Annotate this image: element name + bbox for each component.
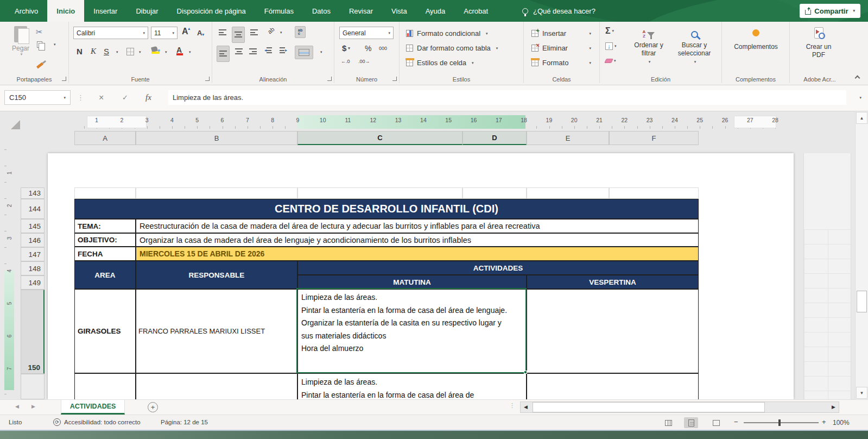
header-responsable-cell[interactable]: RESPONSABLE	[136, 261, 297, 289]
page-layout-view-button[interactable]	[684, 417, 698, 428]
empty-cell[interactable]	[609, 187, 699, 199]
font-color-button[interactable]: A	[176, 46, 182, 54]
column-header-a[interactable]: A	[74, 131, 136, 145]
create-pdf-button[interactable]: Crear un PDF	[800, 27, 838, 59]
empty-cell[interactable]	[74, 187, 136, 199]
cut-button[interactable]: ✂	[36, 27, 43, 37]
orientation-button[interactable]: ab	[267, 26, 276, 35]
header-vespertina-cell[interactable]: VESPERTINA	[527, 275, 699, 289]
increase-font-size-button[interactable]: A▴	[182, 27, 190, 36]
name-box[interactable]: C150 ▾	[4, 90, 71, 105]
scroll-up-icon[interactable]: ▲	[856, 112, 867, 124]
paste-button[interactable]: Pegar ▾	[9, 26, 33, 57]
borders-button[interactable]	[126, 48, 134, 55]
horizontal-scroll-thumb[interactable]	[533, 402, 765, 412]
font-name-combobox[interactable]: Calibri▾	[73, 27, 148, 39]
matutina-next-cell[interactable]: Limpieza de las áreas.Pintar la estanter…	[297, 373, 527, 399]
enter-check-icon[interactable]: ✓	[122, 90, 128, 105]
formula-input[interactable]: Limpieza de las áreas.	[168, 90, 846, 105]
horizontal-scrollbar[interactable]: ◀ ▶	[520, 402, 839, 413]
formato-button[interactable]: Formato▾	[531, 55, 591, 70]
font-size-combobox[interactable]: 11▾	[151, 27, 178, 39]
italic-button[interactable]: K	[91, 47, 96, 56]
field-value-fecha[interactable]: MIERCOLES 15 DE ABRIL DE 2026	[136, 247, 699, 261]
tab-dibujar[interactable]: Dibujar	[126, 0, 167, 22]
zoom-level[interactable]: 100%	[833, 419, 850, 427]
empty-cell[interactable]	[462, 187, 527, 199]
accessibility-status[interactable]: Accesibilidad: todo correcto	[64, 419, 141, 425]
row-header-144[interactable]: 144	[21, 199, 45, 219]
bold-button[interactable]: N	[77, 47, 83, 56]
field-label-fecha[interactable]: FECHA	[74, 247, 136, 261]
cancel-icon[interactable]: ×	[99, 90, 104, 105]
align-center-button[interactable]	[235, 48, 243, 54]
tab-archivo[interactable]: Archivo	[5, 0, 47, 22]
sort-filter-button[interactable]: AZ Ordenar y filtrar▾	[628, 27, 669, 66]
name-box-splitter[interactable]: ⋮	[77, 90, 84, 105]
header-matutina-cell[interactable]: MATUTINA	[297, 275, 527, 289]
vertical-scrollbar[interactable]: ▲ ▼	[855, 111, 868, 399]
currency-format-button[interactable]: $▾	[342, 43, 350, 53]
tab-inicio[interactable]: Inicio	[47, 0, 84, 22]
tab-formulas[interactable]: Fórmulas	[255, 0, 303, 22]
chevron-down-icon[interactable]: ▾	[116, 50, 118, 54]
column-header-b[interactable]: B	[136, 131, 297, 145]
autosum-button[interactable]: Σ▾	[605, 26, 614, 36]
row-header-147[interactable]: 147	[21, 247, 45, 261]
add-sheet-button[interactable]: +	[148, 402, 158, 412]
normal-view-button[interactable]	[661, 417, 675, 428]
column-header-d[interactable]: D	[462, 131, 527, 145]
column-header-c[interactable]: C	[297, 131, 462, 145]
row-header-146[interactable]: 146	[21, 233, 45, 247]
tab-insertar[interactable]: Insertar	[84, 0, 126, 22]
chevron-down-icon[interactable]: ▾	[280, 30, 282, 35]
addins-button[interactable]: Complementos	[727, 29, 784, 51]
chevron-down-icon[interactable]: ▾	[320, 50, 322, 54]
find-select-button[interactable]: Buscar y seleccionar▾	[669, 27, 719, 66]
header-area-cell[interactable]: AREA	[74, 261, 136, 289]
area-value-cell[interactable]: GIRASOLES	[74, 289, 136, 373]
chevron-down-icon[interactable]: ▾	[189, 50, 191, 54]
vespertina-value-cell[interactable]	[527, 289, 699, 373]
select-all-icon[interactable]	[11, 120, 20, 129]
vertical-scroll-thumb[interactable]	[857, 291, 867, 312]
eliminar-button[interactable]: Eliminar▾	[531, 41, 591, 55]
empty-cell[interactable]	[136, 187, 297, 199]
expand-formula-bar-icon[interactable]: ▾	[858, 90, 861, 105]
align-top-icon[interactable]	[219, 29, 226, 35]
previous-sheet-icon[interactable]: ◀	[15, 404, 19, 409]
scroll-down-icon[interactable]: ▼	[856, 387, 867, 399]
responsable-value-cell[interactable]: FRANCO PARRALES MARIUXI LISSET	[136, 289, 297, 373]
tab-disposicion-de-pagina[interactable]: Disposición de página	[168, 0, 255, 22]
percent-style-button[interactable]: %	[365, 44, 371, 53]
vespertina-next-cell[interactable]	[527, 373, 699, 399]
tell-me-search[interactable]: ¿Qué desea hacer?	[522, 0, 595, 22]
row-header-143[interactable]: 143	[21, 187, 45, 199]
align-middle-icon[interactable]	[232, 27, 245, 43]
row-header-150[interactable]: 150	[21, 290, 45, 374]
tab-acrobat[interactable]: Acrobat	[454, 0, 497, 22]
number-dialog-launcher-icon[interactable]	[392, 77, 397, 81]
column-header-e[interactable]: E	[527, 131, 609, 145]
page-break-view-button[interactable]	[709, 417, 723, 428]
empty-cell[interactable]	[297, 187, 462, 199]
scroll-right-icon[interactable]: ▶	[832, 404, 835, 410]
dar-formato-como-tabla-button[interactable]: Dar formato como tabla▾	[406, 41, 498, 55]
decrease-font-size-button[interactable]: A▾	[197, 28, 204, 37]
scroll-left-icon[interactable]: ◀	[524, 404, 528, 410]
number-format-combobox[interactable]: General▾	[339, 27, 394, 39]
zoom-slider[interactable]	[744, 422, 819, 423]
collapse-ribbon-icon[interactable]	[855, 76, 860, 81]
chevron-down-icon[interactable]: ▾	[139, 50, 141, 54]
sheet-tab-actividades[interactable]: ACTIVIDADES	[61, 400, 125, 415]
row-header-148[interactable]: 148	[21, 261, 45, 275]
responsable-next-cell[interactable]	[136, 373, 297, 399]
zoom-slider-thumb[interactable]	[778, 419, 781, 426]
fill-color-button[interactable]	[151, 47, 157, 52]
comma-style-button[interactable]: 000	[379, 46, 387, 51]
copy-button[interactable]	[37, 41, 42, 48]
clipboard-dialog-launcher-icon[interactable]	[62, 77, 66, 81]
formato-condicional-button[interactable]: Formato condicional▾	[406, 26, 498, 41]
share-button[interactable]: Compartir ▾	[800, 4, 860, 18]
zoom-in-button[interactable]: +	[822, 418, 826, 426]
